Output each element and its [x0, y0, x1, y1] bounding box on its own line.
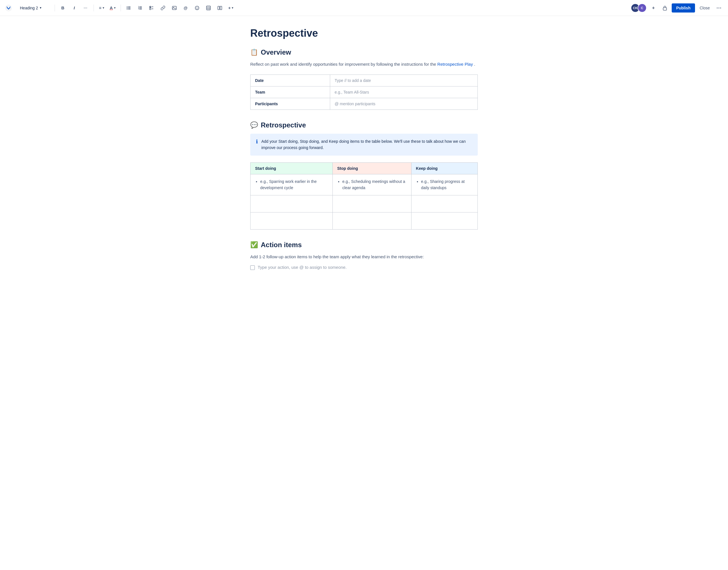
retrospective-emoji: 💬 [250, 121, 258, 129]
retro-col-keep: Keep doing [411, 163, 477, 174]
retro-table-header: Start doing Stop doing Keep doing [251, 163, 478, 174]
link-button[interactable] [158, 3, 167, 13]
info-callout: ℹ Add your Start doing, Stop doing, and … [250, 134, 478, 156]
numbered-list-button[interactable]: 1.2.3. [136, 3, 145, 13]
toolbar-divider-2 [93, 5, 94, 11]
add-user-button[interactable]: + [649, 3, 658, 13]
info-table-row: Team e.g., Team All-Stars [251, 86, 478, 98]
overview-heading: 📋 Overview [250, 48, 478, 56]
more-options-icon [717, 7, 721, 9]
lock-button[interactable] [660, 3, 669, 13]
layout-button[interactable] [215, 3, 224, 13]
retro-table-row [251, 212, 478, 229]
color-chevron: ▾ [114, 6, 115, 9]
retrospective-heading: 💬 Retrospective [250, 121, 478, 129]
retro-cell-start[interactable]: e.g., Sparring work earlier in the devel… [251, 174, 333, 195]
info-table-row: Participants @ mention participants [251, 98, 478, 110]
retro-cell-stop[interactable] [332, 212, 411, 229]
task-list-button[interactable] [147, 3, 156, 13]
retrospective-table: Start doing Stop doing Keep doing e.g., … [250, 163, 478, 230]
svg-point-4 [126, 9, 127, 9]
info-table-label: Date [251, 75, 330, 86]
color-button[interactable]: A ▾ [108, 3, 117, 13]
emoji-button[interactable] [193, 3, 202, 13]
svg-rect-27 [220, 6, 222, 10]
link-icon [161, 6, 165, 10]
retro-col-start: Start doing [251, 163, 333, 174]
align-chevron: ▾ [103, 6, 104, 9]
publish-button[interactable]: Publish [672, 3, 695, 13]
overview-desc-after: . [474, 62, 475, 66]
heading-selector[interactable]: Heading 2 ▾ [17, 4, 51, 12]
svg-point-18 [195, 6, 199, 10]
retro-table-row [251, 195, 478, 212]
svg-rect-28 [663, 8, 667, 10]
align-button[interactable]: ≡ ▾ [97, 3, 106, 13]
retro-cell-keep[interactable] [411, 195, 477, 212]
action-items-section: ✅ Action items Add 1-2 follow-up action … [250, 241, 478, 270]
info-table-value[interactable]: e.g., Team All-Stars [330, 86, 477, 98]
mention-button[interactable]: @ [181, 3, 190, 13]
retro-cell-stop[interactable] [332, 195, 411, 212]
avatar-group: CK C [631, 3, 647, 13]
svg-rect-7 [139, 7, 142, 7]
overview-description: Reflect on past work and identify opport… [250, 61, 478, 68]
bullet-list-icon [126, 6, 131, 10]
info-table: Date Type // to add a date Team e.g., Te… [250, 74, 478, 110]
retro-cell-keep[interactable]: e.g., Sharing progress at daily standups [411, 174, 477, 195]
more-format-button[interactable]: ··· [81, 3, 90, 13]
align-icon: ≡ [99, 5, 101, 10]
action-items-description: Add 1-2 follow-up action items to help t… [250, 253, 478, 260]
numbered-list-icon: 1.2.3. [138, 6, 142, 10]
app-logo [5, 4, 13, 12]
action-item-text[interactable]: Type your action, use @ to assign to som… [258, 265, 347, 270]
toolbar-right: CK C + Publish Close [631, 3, 723, 13]
info-callout-icon: ℹ [256, 138, 258, 145]
bold-button[interactable]: B [58, 3, 67, 13]
svg-rect-1 [128, 7, 130, 7]
retro-cell-start[interactable] [251, 195, 333, 212]
content-area: Retrospective 📋 Overview Reflect on past… [228, 16, 500, 304]
close-button[interactable]: Close [697, 3, 712, 13]
retro-cell-stop[interactable]: e.g., Scheduling meetings without a clea… [332, 174, 411, 195]
overview-emoji: 📋 [250, 49, 258, 56]
toolbar: Heading 2 ▾ B I ··· ≡ ▾ A ▾ 1.2.3. @ + ▾ [0, 0, 728, 16]
insert-button[interactable]: + ▾ [227, 3, 235, 13]
color-icon: A [110, 5, 113, 10]
retrospective-play-link[interactable]: Retrospective Play [437, 62, 473, 66]
retro-table-row: e.g., Sparring work earlier in the devel… [251, 174, 478, 195]
svg-rect-21 [207, 6, 211, 10]
action-items-heading-text: Action items [261, 241, 302, 249]
retro-cell-start[interactable] [251, 212, 333, 229]
info-callout-text: Add your Start doing, Stop doing, and Ke… [261, 138, 472, 151]
layout-icon [218, 6, 222, 10]
image-icon [172, 6, 176, 10]
insert-chevron-icon: ▾ [232, 6, 233, 9]
svg-rect-15 [152, 9, 153, 9]
lock-icon [663, 5, 667, 11]
retrospective-heading-text: Retrospective [261, 121, 306, 129]
info-table-label: Team [251, 86, 330, 98]
table-button[interactable] [204, 3, 213, 13]
svg-rect-13 [149, 8, 151, 10]
info-table-value[interactable]: @ mention participants [330, 98, 477, 110]
heading-selector-chevron: ▾ [40, 6, 41, 10]
avatar-c: C [638, 3, 647, 13]
bullet-list-button[interactable] [124, 3, 133, 13]
more-options-button[interactable] [714, 3, 723, 13]
info-table-label: Participants [251, 98, 330, 110]
svg-rect-14 [152, 7, 153, 7]
svg-point-20 [198, 7, 198, 8]
retro-cell-keep[interactable] [411, 212, 477, 229]
page-title: Retrospective [250, 27, 478, 39]
action-checkbox[interactable] [250, 265, 255, 270]
image-button[interactable] [170, 3, 179, 13]
insert-plus-icon: + [228, 5, 231, 10]
table-icon [206, 6, 211, 10]
info-table-value[interactable]: Type // to add a date [330, 75, 477, 86]
overview-heading-text: Overview [261, 48, 291, 56]
svg-point-30 [719, 7, 719, 8]
italic-button[interactable]: I [70, 3, 79, 13]
toolbar-divider-3 [120, 5, 121, 11]
svg-rect-5 [128, 9, 130, 9]
